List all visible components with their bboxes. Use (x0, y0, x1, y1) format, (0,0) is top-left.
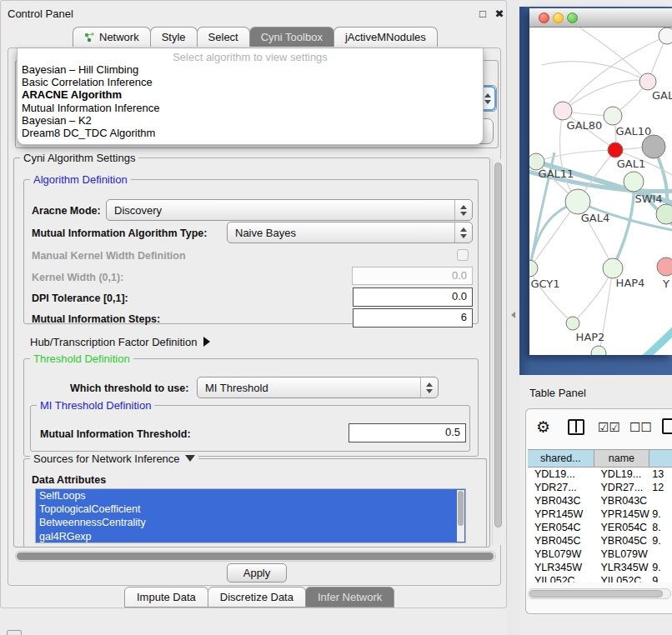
tab-infer-network[interactable]: Infer Network (305, 587, 394, 608)
cell: 8. (649, 521, 672, 534)
network-node[interactable] (529, 260, 538, 277)
apply-button[interactable]: Apply (227, 563, 287, 582)
network-node[interactable] (604, 107, 622, 125)
table-row[interactable]: YPR145W YPR145W 9. (528, 508, 672, 521)
close-traffic-light-icon[interactable] (539, 12, 549, 23)
network-node[interactable] (565, 189, 590, 214)
network-node[interactable] (639, 73, 656, 90)
table-row[interactable]: YBL079W YBL079W (528, 548, 672, 561)
network-node[interactable] (566, 317, 579, 330)
algorithm-option[interactable]: Mutual Information Inference (18, 102, 483, 114)
network-node[interactable] (659, 28, 672, 44)
which-threshold-value: MI Threshold (205, 382, 268, 394)
bottom-tab-bar: Impute Data Discretize Data Infer Networ… (124, 587, 394, 608)
algorithm-option[interactable]: Bayesian – Hill Climbing (18, 63, 483, 76)
algorithm-option[interactable]: Dream8 DC_TDC Algorithm (18, 127, 483, 139)
spinner-icon[interactable] (420, 378, 438, 398)
algorithm-option[interactable]: Bayesian – K2 (18, 114, 483, 127)
settings-horizontal-scrollbar-thumb[interactable] (17, 552, 494, 560)
threshold-definition-title: Threshold Definition (30, 352, 133, 365)
tab-cyni-toolbox[interactable]: Cyni Toolbox (249, 27, 334, 47)
table-row[interactable]: YBR043C YBR043C (528, 494, 672, 508)
sources-group-toggle[interactable]: Sources for Network Inference (30, 452, 198, 465)
table-row[interactable]: YDL19... YDL19... 13 (528, 468, 672, 481)
manual-kernel-checkbox[interactable] (457, 249, 469, 261)
zoom-traffic-light-icon[interactable] (567, 12, 578, 23)
spinner-icon[interactable] (454, 200, 472, 220)
column-header[interactable]: shared... (528, 450, 594, 467)
mi-type-combo[interactable]: Naive Bayes (227, 222, 473, 243)
float-window-icon[interactable]: □ (476, 8, 489, 21)
node-label: SWI4 (634, 192, 662, 205)
control-panel: Control Panel □ ✖ Network Style Select (0, 0, 507, 608)
table-horizontal-scrollbar[interactable] (528, 588, 671, 599)
cell: YIL052C (528, 574, 594, 582)
aracne-mode-combo[interactable]: Discovery (106, 199, 473, 221)
tab-select[interactable]: Select (197, 27, 250, 47)
panel-divider[interactable] (507, 0, 519, 635)
attribute-item-selected[interactable]: SelfLoops (36, 489, 465, 502)
settings-vertical-scrollbar-thumb[interactable] (494, 162, 502, 528)
list-scrollbar-thumb[interactable] (458, 491, 464, 526)
network-canvas[interactable]: GAL80 GAL10 GAL1 GAL11 SWI4 GAL4 GCY1 HA… (529, 28, 672, 355)
tab-discretize-data[interactable]: Discretize Data (208, 587, 306, 608)
tab-style[interactable]: Style (150, 27, 198, 47)
cell (649, 548, 672, 561)
settings-vertical-scrollbar[interactable] (492, 159, 503, 545)
table-horizontal-scrollbar-thumb[interactable] (529, 590, 663, 598)
network-node[interactable] (642, 135, 665, 158)
sources-title: Sources for Network Inference (33, 452, 180, 465)
mi-type-value: Naive Bayes (235, 227, 296, 239)
network-node[interactable] (591, 346, 606, 355)
algorithm-option-selected[interactable]: ARACNE Algorithm (18, 88, 483, 101)
table-row[interactable]: YDR27... YDR27... 12 (528, 481, 672, 494)
deselect-all-icon[interactable]: ☐☐ (629, 420, 652, 435)
network-window-titlebar[interactable] (529, 8, 672, 28)
hub-section-toggle[interactable]: Hub/Transcription Factor Definition (30, 336, 210, 348)
minimize-traffic-light-icon[interactable] (553, 12, 564, 23)
table-row[interactable]: YER054C YER054C 8. (528, 521, 672, 534)
spinner-icon[interactable] (454, 222, 472, 242)
attribute-item-selected[interactable]: BetweennessCentrality (36, 516, 465, 529)
column-header[interactable] (649, 450, 672, 467)
tab-impute-data[interactable]: Impute Data (124, 587, 208, 608)
attribute-item-selected[interactable]: TopologicalCoefficient (36, 502, 465, 516)
gear-icon[interactable]: ⚙ (536, 418, 550, 436)
network-node-selected[interactable] (608, 142, 623, 158)
document-icon[interactable] (662, 418, 672, 434)
table-toolbar: ⚙ ☑☑ ☐☐ (526, 414, 672, 442)
settings-horizontal-scrollbar[interactable] (15, 551, 496, 562)
network-node[interactable] (603, 258, 623, 278)
network-node[interactable] (657, 258, 672, 276)
network-node[interactable] (624, 172, 644, 192)
columns-icon[interactable] (568, 419, 584, 435)
table-panel-body: ⚙ ☑☑ ☐☐ shared... name YDL19... YDL19...… (525, 408, 672, 614)
divider-collapse-icon[interactable] (511, 312, 515, 318)
algorithm-option[interactable]: Basic Correlation Inference (18, 76, 483, 88)
cell: YPR145W (594, 508, 650, 521)
tab-network-label: Network (99, 31, 139, 43)
cell: YLR345W (594, 561, 650, 574)
select-all-icon[interactable]: ☑☑ (598, 420, 620, 435)
list-scrollbar[interactable] (457, 490, 464, 542)
minimized-panel-button[interactable] (7, 630, 22, 635)
close-icon[interactable]: ✖ (493, 8, 506, 21)
table-row[interactable]: YIL052C YIL052C 9 (528, 574, 672, 582)
which-threshold-combo[interactable]: MI Threshold (197, 377, 439, 398)
column-header[interactable]: name (594, 450, 650, 467)
attribute-item-selected[interactable]: gal4RGexp (36, 530, 465, 543)
kernel-width-field[interactable]: 0.0 (352, 267, 473, 285)
dpi-tolerance-field[interactable]: 0.0 (353, 288, 473, 307)
table-row[interactable]: YLR345W YLR345W 9. (528, 561, 672, 574)
tab-jactive-label: jActiveMNodules (345, 31, 426, 43)
tab-network[interactable]: Network (73, 27, 151, 47)
mi-steps-field[interactable]: 6 (353, 308, 473, 328)
network-node[interactable] (554, 102, 572, 120)
tab-jactivemnodules[interactable]: jActiveMNodules (333, 27, 438, 47)
table-row[interactable]: YBR045C YBR045C 9. (528, 534, 672, 548)
node-label: GAL1 (617, 158, 645, 170)
network-node[interactable] (656, 204, 672, 224)
mi-threshold-field[interactable]: 0.5 (349, 423, 466, 442)
tab-style-label: Style (162, 31, 186, 43)
aracne-mode-value: Discovery (114, 204, 162, 217)
